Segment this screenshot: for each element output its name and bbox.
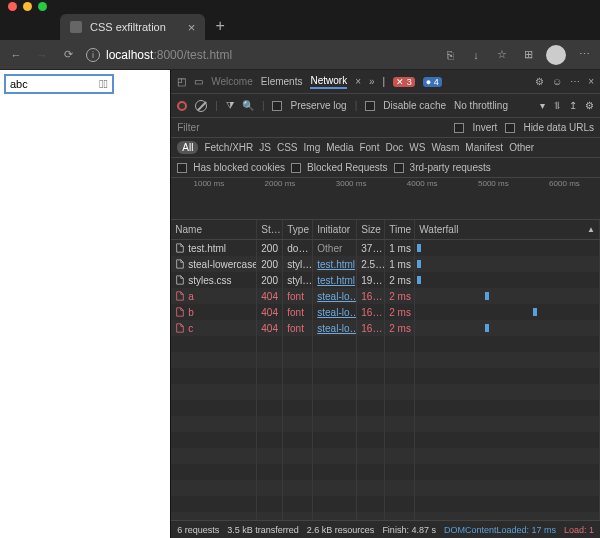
third-party-checkbox[interactable] [394,163,404,173]
throttling-caret-icon[interactable]: ▾ [540,100,545,111]
type-filter-manifest[interactable]: Manifest [465,142,503,153]
error-badge[interactable]: ✕ 3 [393,77,415,87]
invert-checkbox[interactable] [454,123,464,133]
network-row[interactable]: a404fontsteal-lo…16…2 ms [171,288,600,304]
back-button[interactable]: ← [8,49,24,61]
type-filter-doc[interactable]: Doc [385,142,403,153]
profile-avatar[interactable] [546,45,566,65]
type-filter-ws[interactable]: WS [409,142,425,153]
type-filter-media[interactable]: Media [326,142,353,153]
type-filter-font[interactable]: Font [359,142,379,153]
tab-welcome[interactable]: Welcome [211,76,253,87]
tab-network[interactable]: Network [310,75,347,89]
row-status: 200 [257,256,283,272]
tab-elements[interactable]: Elements [261,76,303,87]
downloads-icon[interactable]: ↓ [468,49,484,61]
col-time[interactable]: Time [385,220,415,239]
type-filter-wasm[interactable]: Wasm [431,142,459,153]
type-filter-other[interactable]: Other [509,142,534,153]
row-waterfall [415,240,600,256]
url-path: :8000/test.html [153,48,232,62]
type-filter-css[interactable]: CSS [277,142,298,153]
col-type[interactable]: Type [283,220,313,239]
reader-icon[interactable]: ⎘ [442,49,458,61]
row-initiator[interactable]: steal-lo… [317,291,357,302]
col-status[interactable]: St… [257,220,283,239]
filter-input[interactable]: Filter [177,122,199,133]
export-icon[interactable]: ⚙ [585,100,594,111]
row-initiator[interactable]: steal-lo… [317,307,357,318]
devtools-more-icon[interactable]: ⋯ [570,76,580,87]
throttling-select[interactable]: No throttling [454,100,508,111]
devtools-panel: ◰ ▭ Welcome Elements Network × » | ✕ 3 ●… [170,70,600,538]
more-tabs-icon[interactable]: × [355,76,361,87]
network-row[interactable]: test.html200do…Other37…1 ms [171,240,600,256]
col-name[interactable]: Name [171,220,257,239]
network-status-bar: 6 requests 3.5 kB transferred 2.6 kB res… [171,520,600,538]
network-row[interactable]: steal-lowercase.…200styl…test.html2.5…1 … [171,256,600,272]
url-host: localhost [106,48,153,62]
col-waterfall[interactable]: Waterfall▲ [415,220,600,239]
clear-button[interactable] [195,100,207,112]
settings-icon[interactable]: ⚙ [535,76,544,87]
menu-icon[interactable]: ⋯ [576,48,592,61]
row-initiator[interactable]: test.html [317,259,355,270]
forward-button[interactable]: → [34,49,50,61]
col-size[interactable]: Size [357,220,385,239]
status-transferred: 3.5 kB transferred [227,525,299,535]
preserve-log-checkbox[interactable] [272,101,282,111]
file-icon [175,307,185,317]
traffic-light-minimize[interactable] [23,2,32,11]
type-filter-js[interactable]: JS [259,142,271,153]
browser-tab[interactable]: CSS exfiltration × [60,14,205,40]
search-icon[interactable]: 🔍 [242,100,254,111]
new-tab-button[interactable]: + [205,17,234,35]
tab-favicon [70,21,82,33]
import-icon[interactable]: ↥ [569,100,577,111]
reveal-password-icon[interactable]: 👁̸ [99,77,108,91]
type-filter-all[interactable]: All [177,141,198,154]
site-info-icon[interactable]: i [86,48,100,62]
device-icon[interactable]: ▭ [194,76,203,87]
password-input[interactable]: abc 👁̸ [4,74,114,94]
row-type: styl… [283,272,313,288]
timeline-tick: 3000 ms [316,179,387,188]
network-row[interactable]: styles.css200styl…test.html19…2 ms [171,272,600,288]
favorites-icon[interactable]: ☆ [494,48,510,61]
blocked-requests-checkbox[interactable] [291,163,301,173]
reload-button[interactable]: ⟳ [60,48,76,61]
hide-data-checkbox[interactable] [505,123,515,133]
col-initiator[interactable]: Initiator [313,220,357,239]
network-cond-icon[interactable]: ⥮ [553,100,561,111]
status-resources: 2.6 kB resources [307,525,375,535]
type-filter-img[interactable]: Img [304,142,321,153]
blocked-cookies-checkbox[interactable] [177,163,187,173]
tab-title: CSS exfiltration [90,21,166,33]
type-filter-fetchxhr[interactable]: Fetch/XHR [204,142,253,153]
network-filter-row: Filter Invert Hide data URLs [171,118,600,138]
network-timeline[interactable]: 1000 ms2000 ms3000 ms4000 ms5000 ms6000 … [171,178,600,220]
inspect-icon[interactable]: ◰ [177,76,186,87]
network-row[interactable]: b404fontsteal-lo…16…2 ms [171,304,600,320]
url-display[interactable]: i localhost:8000/test.html [86,48,432,62]
file-icon [175,291,185,301]
info-badge[interactable]: ● 4 [423,77,442,87]
row-initiator[interactable]: steal-lo… [317,323,357,334]
filter-icon[interactable]: ⧩ [226,100,234,112]
network-row[interactable]: c404fontsteal-lo…16…2 ms [171,320,600,336]
more-tabs-chevron[interactable]: » [369,76,375,87]
devtools-close-icon[interactable]: × [588,76,594,87]
row-name: a [188,291,194,302]
row-status: 200 [257,240,283,256]
row-type: font [283,304,313,320]
traffic-light-close[interactable] [8,2,17,11]
traffic-light-zoom[interactable] [38,2,47,11]
disable-cache-checkbox[interactable] [365,101,375,111]
record-button[interactable] [177,101,187,111]
timeline-tick: 6000 ms [529,179,600,188]
feedback-icon[interactable]: ☺ [552,76,562,87]
tab-close-icon[interactable]: × [188,20,196,35]
blocked-requests-label: Blocked Requests [307,162,388,173]
row-initiator[interactable]: test.html [317,275,355,286]
collections-icon[interactable]: ⊞ [520,48,536,61]
